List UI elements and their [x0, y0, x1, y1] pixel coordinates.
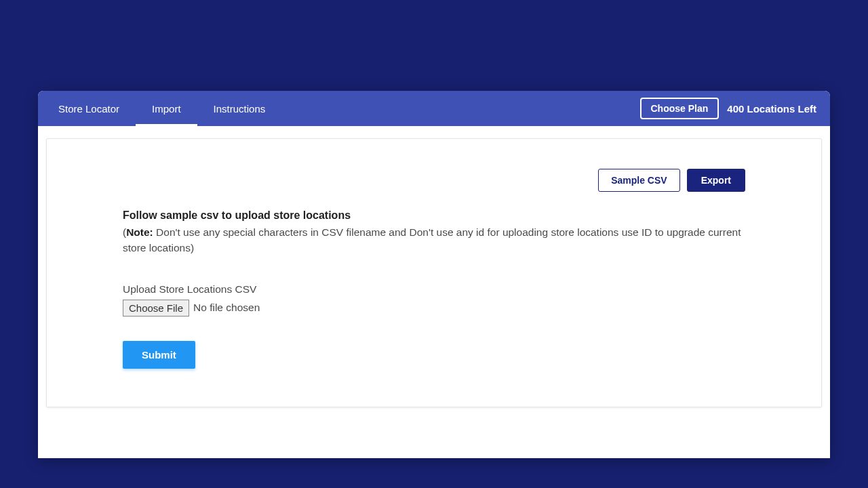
card-actions: Sample CSV Export: [123, 169, 745, 192]
note-text: Don't use any special characters in CSV …: [123, 226, 741, 253]
export-button[interactable]: Export: [687, 169, 745, 192]
app-window: Store Locator Import Instructions Choose…: [38, 91, 830, 458]
sample-csv-button[interactable]: Sample CSV: [598, 169, 679, 192]
instruction-note: (Note: Don't use any special characters …: [123, 224, 745, 256]
upload-label: Upload Store Locations CSV: [123, 283, 745, 296]
choose-file-button[interactable]: Choose File: [123, 300, 189, 317]
content-area: Sample CSV Export Follow sample csv to u…: [38, 126, 830, 407]
file-status: No file chosen: [193, 302, 260, 314]
note-label: Note:: [126, 226, 153, 238]
choose-plan-button[interactable]: Choose Plan: [640, 98, 719, 119]
topbar-right: Choose Plan 400 Locations Left: [640, 98, 817, 119]
tab-store-locator[interactable]: Store Locator: [58, 91, 119, 126]
topbar: Store Locator Import Instructions Choose…: [38, 91, 830, 126]
tab-instructions[interactable]: Instructions: [214, 91, 266, 126]
tabs: Store Locator Import Instructions: [58, 91, 265, 126]
import-card: Sample CSV Export Follow sample csv to u…: [46, 138, 822, 407]
instruction-title: Follow sample csv to upload store locati…: [123, 209, 745, 222]
submit-button[interactable]: Submit: [123, 341, 195, 369]
tab-import[interactable]: Import: [152, 91, 181, 126]
locations-left-label: 400 Locations Left: [727, 103, 816, 115]
file-input-row: Choose File No file chosen: [123, 300, 745, 317]
